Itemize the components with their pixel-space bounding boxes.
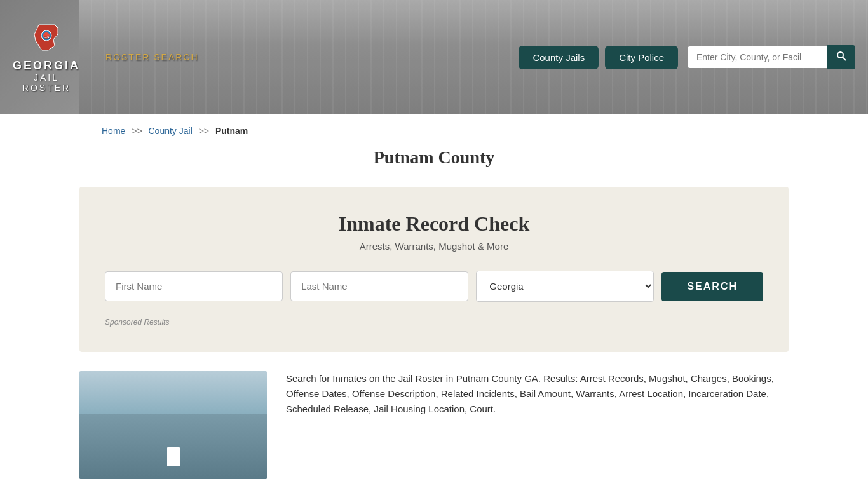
site-logo[interactable]: GA GEORGIA JAIL ROSTER: [13, 22, 80, 93]
breadcrumb-sep2: >>: [199, 126, 209, 136]
breadcrumb-home[interactable]: Home: [102, 126, 125, 136]
header-content: GA GEORGIA JAIL ROSTER ROSTER SEARCH Cou…: [0, 0, 868, 114]
city-police-button[interactable]: City Police: [605, 46, 678, 69]
inmate-section-subtitle: Arrests, Warrants, Mugshot & More: [105, 241, 763, 252]
logo-text-roster: ROSTER: [22, 83, 71, 93]
search-icon: [836, 51, 846, 61]
facility-description: Search for Inmates on the Jail Roster in…: [286, 371, 789, 479]
breadcrumb-county-jail[interactable]: County Jail: [149, 126, 193, 136]
header-search: [688, 45, 855, 69]
last-name-input[interactable]: [290, 271, 468, 301]
logo-text-georgia: GEORGIA: [13, 59, 80, 72]
inmate-section-title: Inmate Record Check: [105, 212, 763, 236]
county-jails-button[interactable]: County Jails: [519, 46, 599, 69]
logo-text-jail: JAIL: [34, 72, 59, 83]
nav-roster-search[interactable]: ROSTER SEARCH: [105, 52, 199, 62]
svg-text:GA: GA: [43, 35, 50, 39]
state-select[interactable]: Georgia: [476, 271, 654, 302]
inmate-record-section: Inmate Record Check Arrests, Warrants, M…: [79, 187, 789, 352]
sponsored-results-label: Sponsored Results: [105, 318, 763, 327]
facility-image: [79, 371, 267, 479]
svg-line-5: [843, 57, 846, 60]
breadcrumb-sep1: >>: [132, 126, 142, 136]
header-search-button[interactable]: [827, 45, 855, 69]
svg-point-4: [837, 52, 843, 58]
inmate-search-button[interactable]: SEARCH: [661, 272, 763, 301]
page-title: Putnam County: [0, 147, 868, 168]
breadcrumb: Home >> County Jail >> Putnam: [0, 114, 868, 147]
header-search-input[interactable]: [688, 46, 827, 68]
breadcrumb-current: Putnam: [215, 126, 248, 136]
header-nav-buttons: County Jails City Police: [519, 46, 678, 69]
georgia-state-icon: GA: [29, 22, 64, 57]
inmate-search-form: Georgia SEARCH: [105, 271, 763, 302]
first-name-input[interactable]: [105, 271, 283, 301]
site-header: GA GEORGIA JAIL ROSTER ROSTER SEARCH Cou…: [0, 0, 868, 114]
bottom-section: Search for Inmates on the Jail Roster in…: [0, 371, 868, 479]
